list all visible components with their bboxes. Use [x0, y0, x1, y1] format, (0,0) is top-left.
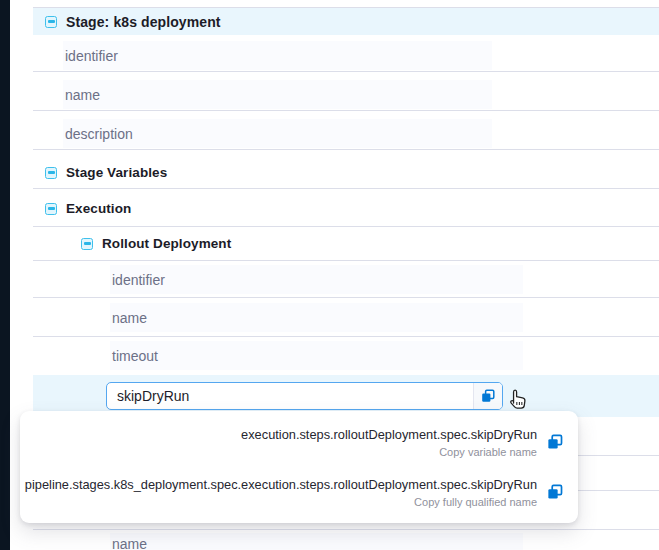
field-label: description — [65, 126, 133, 142]
section-label: Stage Variables — [66, 165, 167, 180]
copy-caption: Copy fully qualified name — [25, 496, 537, 508]
copy-variable-popup: execution.steps.rolloutDeployment.spec.s… — [20, 411, 578, 523]
collapse-minus-icon[interactable] — [45, 167, 57, 179]
collapse-minus-icon[interactable] — [45, 203, 57, 215]
divider — [33, 110, 659, 111]
dark-sidebar-strip — [0, 0, 10, 550]
rollout-deployment-row[interactable]: Rollout Deployment — [33, 230, 659, 257]
stage-variables-row[interactable]: Stage Variables — [33, 159, 659, 186]
divider — [33, 260, 659, 261]
variables-panel: Stage: k8s deployment identifier name de… — [0, 0, 659, 550]
field-label: identifier — [112, 272, 165, 288]
stage-description-field[interactable]: description — [63, 119, 492, 148]
section-label: Rollout Deployment — [102, 236, 231, 251]
field-label: name — [112, 310, 147, 326]
copy-button[interactable] — [473, 383, 502, 409]
stage-header-row[interactable]: Stage: k8s deployment — [33, 8, 659, 35]
divider — [33, 297, 659, 298]
collapse-minus-icon[interactable] — [45, 16, 57, 28]
copy-icon — [481, 389, 496, 404]
step-identifier-field[interactable]: identifier — [110, 265, 523, 294]
section-label: Execution — [66, 201, 131, 216]
field-label: name — [65, 87, 100, 103]
divider — [33, 226, 659, 227]
divider — [33, 71, 659, 72]
execution-row[interactable]: Execution — [33, 195, 659, 222]
skip-dry-run-value: skipDryRun — [107, 383, 473, 409]
copy-variable-name-item[interactable]: execution.steps.rolloutDeployment.spec.s… — [20, 417, 578, 467]
divider — [33, 529, 659, 530]
step-timeout-field[interactable]: timeout — [110, 341, 523, 370]
copy-icon[interactable] — [547, 484, 564, 501]
field-label: name — [112, 536, 147, 550]
copy-icon[interactable] — [547, 434, 564, 451]
stage-name-field[interactable]: name — [63, 80, 492, 109]
copy-fqn-item[interactable]: pipeline.stages.k8s_deployment.spec.exec… — [20, 467, 578, 517]
step-name-field[interactable]: name — [110, 303, 523, 332]
stage-identifier-field[interactable]: identifier — [63, 41, 492, 70]
bottom-name-field[interactable]: name — [110, 533, 523, 550]
field-label: timeout — [112, 348, 158, 364]
copy-caption: Copy variable name — [241, 446, 537, 458]
fqn-text: pipeline.stages.k8s_deployment.spec.exec… — [25, 477, 537, 492]
field-label: identifier — [65, 48, 118, 64]
stage-title: Stage: k8s deployment — [66, 14, 221, 30]
collapse-minus-icon[interactable] — [81, 238, 93, 250]
divider — [33, 188, 659, 189]
divider — [33, 336, 659, 337]
variable-name-text: execution.steps.rolloutDeployment.spec.s… — [241, 427, 537, 442]
skip-dry-run-input[interactable]: skipDryRun — [106, 382, 503, 410]
divider — [33, 149, 659, 150]
